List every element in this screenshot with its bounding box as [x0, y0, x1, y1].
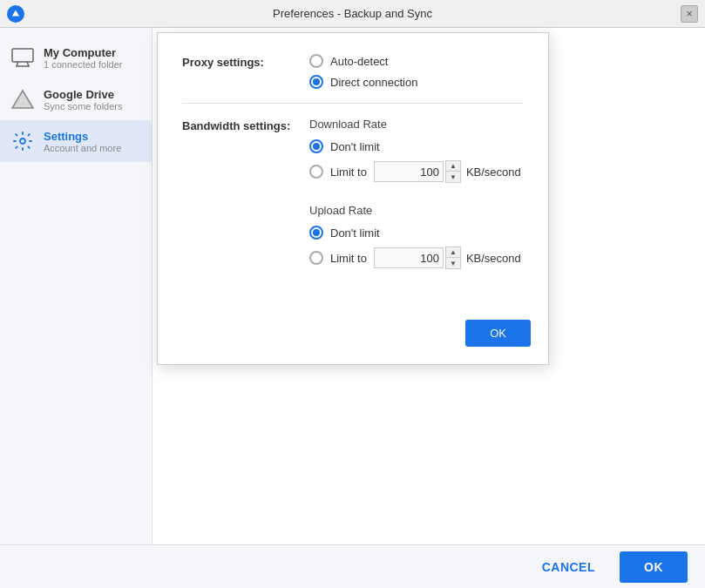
google-drive-title: Google Drive	[44, 88, 122, 101]
sidebar-item-settings[interactable]: Settings Account and more	[0, 120, 152, 162]
dl-limit-to-label: Limit to	[330, 166, 367, 179]
ul-dont-limit-radio[interactable]	[309, 226, 323, 240]
proxy-controls: Auto-detect Direct connection	[309, 54, 417, 89]
settings-icon	[10, 129, 35, 153]
svg-point-5	[20, 139, 25, 144]
content-area: Proxy settings: Auto-detect Direct conne…	[153, 28, 705, 588]
direct-connection-row[interactable]: Direct connection	[309, 75, 417, 89]
dl-limit-to-radio[interactable]	[309, 165, 323, 179]
my-computer-text: My Computer 1 connected folder	[44, 46, 123, 70]
dl-unit-label: KB/second	[466, 166, 521, 179]
proxy-settings-section: Proxy settings: Auto-detect Direct conne…	[182, 54, 524, 89]
ul-limit-input[interactable]	[374, 247, 444, 268]
app-logo-icon	[7, 5, 24, 23]
svg-marker-4	[12, 91, 33, 108]
ul-spinner-up[interactable]: ▲	[446, 247, 460, 258]
cancel-button[interactable]: CANCEL	[528, 553, 609, 581]
settings-subtitle: Account and more	[44, 143, 121, 153]
sidebar-item-my-computer[interactable]: My Computer 1 connected folder	[0, 37, 152, 78]
upload-rate-block: Upload Rate Don't limit Limit to	[309, 204, 521, 269]
google-drive-text: Google Drive Sync some folders	[44, 88, 122, 112]
bandwidth-settings-section: Bandwidth settings: Download Rate Don't …	[182, 118, 524, 283]
dl-dont-limit-label: Don't limit	[330, 140, 380, 153]
bandwidth-row: Bandwidth settings: Download Rate Don't …	[182, 118, 524, 283]
dialog-footer: OK	[158, 311, 548, 364]
computer-icon	[10, 45, 35, 70]
dl-limit-input-group: ▲ ▼ KB/second	[374, 160, 521, 183]
section-divider	[182, 103, 524, 104]
proxy-label: Proxy settings:	[182, 54, 295, 69]
ul-spinner: ▲ ▼	[445, 247, 461, 269]
close-button[interactable]: ×	[681, 5, 698, 23]
dialog-ok-button[interactable]: OK	[465, 320, 531, 347]
settings-text: Settings Account and more	[44, 130, 121, 153]
bandwidth-controls: Download Rate Don't limit Limit to	[309, 118, 521, 283]
ul-unit-label: KB/second	[466, 252, 521, 265]
auto-detect-radio[interactable]	[309, 54, 323, 68]
sidebar-item-google-drive[interactable]: Google Drive Sync some folders	[0, 78, 152, 120]
ul-spinner-down[interactable]: ▼	[446, 258, 460, 268]
download-rate-block: Download Rate Don't limit Limit to	[309, 118, 521, 183]
my-computer-subtitle: 1 connected folder	[44, 59, 123, 70]
svg-rect-0	[12, 49, 33, 62]
preferences-dialog: Proxy settings: Auto-detect Direct conne…	[157, 32, 549, 365]
auto-detect-row[interactable]: Auto-detect	[309, 54, 417, 68]
dl-spinner-down[interactable]: ▼	[446, 172, 460, 182]
ul-limit-to-radio[interactable]	[309, 251, 323, 265]
ul-limit-to-label: Limit to	[330, 252, 367, 265]
bandwidth-label: Bandwidth settings:	[182, 118, 295, 132]
google-drive-subtitle: Sync some folders	[44, 101, 122, 112]
proxy-row: Proxy settings: Auto-detect Direct conne…	[182, 54, 524, 89]
sidebar: My Computer 1 connected folder Google Dr…	[0, 28, 153, 588]
dl-spinner: ▲ ▼	[445, 160, 461, 183]
my-computer-title: My Computer	[44, 46, 123, 59]
dl-dont-limit-row[interactable]: Don't limit	[309, 139, 521, 153]
ul-limit-to-row[interactable]: Limit to ▲ ▼ KB/second	[309, 247, 521, 269]
settings-title: Settings	[44, 130, 121, 143]
main-layout: My Computer 1 connected folder Google Dr…	[0, 28, 705, 588]
dl-limit-input[interactable]	[374, 161, 444, 182]
ok-button[interactable]: OK	[620, 551, 688, 583]
dialog-body: Proxy settings: Auto-detect Direct conne…	[158, 33, 548, 311]
dl-dont-limit-radio[interactable]	[309, 139, 323, 153]
bottom-bar: CANCEL OK	[0, 544, 705, 588]
title-bar: Preferences - Backup and Sync ×	[0, 0, 705, 28]
ul-limit-input-group: ▲ ▼ KB/second	[374, 247, 521, 269]
dl-limit-to-row[interactable]: Limit to ▲ ▼ KB/second	[309, 160, 521, 183]
upload-rate-title: Upload Rate	[309, 204, 521, 217]
google-drive-icon	[10, 87, 35, 112]
direct-connection-label: Direct connection	[330, 76, 417, 89]
download-rate-title: Download Rate	[309, 118, 521, 131]
auto-detect-label: Auto-detect	[330, 55, 389, 68]
dl-spinner-up[interactable]: ▲	[446, 161, 460, 172]
direct-connection-radio[interactable]	[309, 75, 323, 89]
ul-dont-limit-label: Don't limit	[330, 226, 380, 240]
title-bar-text: Preferences - Backup and Sync	[273, 7, 432, 20]
ul-dont-limit-row[interactable]: Don't limit	[309, 226, 521, 240]
